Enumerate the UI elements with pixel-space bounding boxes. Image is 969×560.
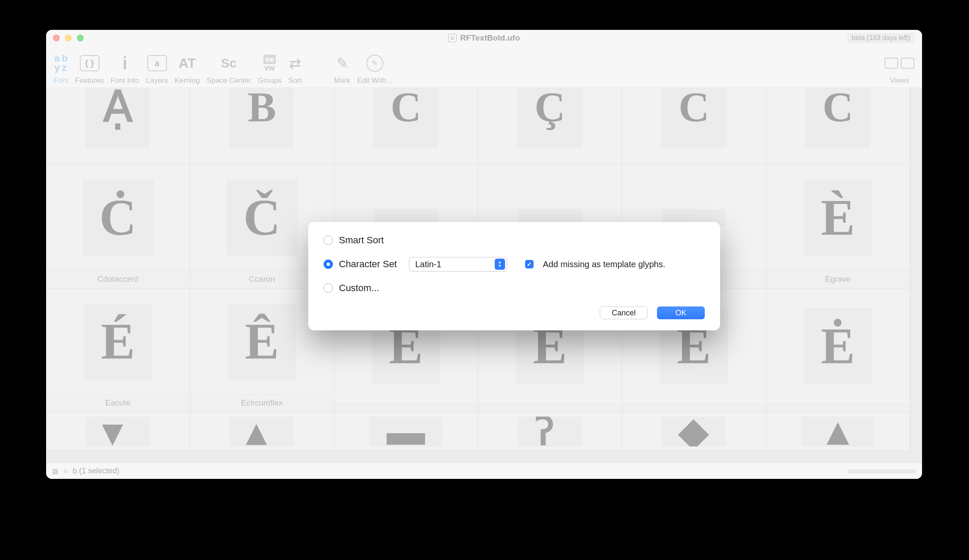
glyph-display: ◆ — [622, 412, 765, 450]
glyph-display: Ė — [766, 289, 910, 404]
info-icon: i — [123, 52, 127, 74]
glyph-cell[interactable]: ʔEhook — [478, 412, 622, 451]
tool-label: Edit With... — [357, 76, 392, 85]
glyph-display: ʔ — [478, 412, 622, 450]
tool-spacecenter[interactable]: Sc Space Center — [203, 52, 254, 85]
tool-kerning[interactable]: AT Kerning — [171, 52, 203, 85]
dialog-buttons: Cancel OK — [324, 306, 705, 319]
glyph-name-label — [478, 404, 622, 412]
glyph-display: C — [766, 88, 910, 164]
glyph-display: ▬ — [334, 412, 478, 450]
tool-views[interactable]: Views — [881, 52, 918, 85]
tool-label: Font — [54, 76, 68, 85]
radio-icon[interactable] — [324, 260, 333, 269]
vertical-scrollbar[interactable] — [910, 88, 922, 463]
tool-font[interactable]: abyz Font — [50, 52, 72, 85]
glyph-cell[interactable]: ĊCdotaccent — [46, 165, 190, 289]
add-missing-checkbox[interactable]: ✓ — [525, 260, 534, 268]
glyph-cell[interactable]: C — [334, 88, 478, 165]
maximize-icon[interactable] — [77, 35, 84, 41]
option-character-set[interactable]: Character Set Latin-1 ▲▼ ✓ Add missing a… — [324, 257, 705, 271]
glyph-cell[interactable]: ▬Edotaccentbelow — [334, 412, 478, 451]
option-label: Character Set — [339, 259, 397, 270]
glyph-cell[interactable]: ÉEacute — [46, 289, 190, 412]
glyph-cell[interactable]: C — [622, 88, 766, 165]
radio-icon[interactable] — [324, 236, 333, 245]
glyph-cell[interactable]: ÈEgrave — [766, 165, 910, 289]
glyph-cell[interactable]: ▾Eogonek — [46, 412, 190, 451]
tool-fontinfo[interactable]: i Font Info — [107, 52, 143, 85]
tool-label: Sort — [289, 76, 302, 85]
glyph-display: É — [46, 289, 190, 394]
charset-select[interactable]: Latin-1 ▲▼ — [409, 257, 507, 271]
views-icon — [884, 58, 914, 69]
glyph-cell[interactable]: ▴Ecaron — [190, 412, 334, 451]
glyph-name-label: Ecircumflex — [190, 394, 333, 412]
window-title: U RFTextBold.ufo — [448, 33, 520, 43]
tool-label: Mark — [334, 76, 350, 85]
glyph-cell[interactable]: Ạ — [46, 88, 190, 165]
kerning-icon: AT — [178, 52, 196, 74]
option-label: Custom... — [339, 283, 379, 294]
tool-label: Space Center — [207, 76, 251, 85]
tool-label: Views — [890, 76, 909, 85]
tool-mark[interactable]: ✎ Mark — [331, 52, 354, 85]
glyph-cell[interactable]: C — [766, 88, 910, 165]
option-label: Smart Sort — [339, 235, 384, 246]
minimize-icon[interactable] — [65, 35, 72, 41]
glyph-display: Ạ — [46, 88, 190, 164]
layers-icon: a — [147, 55, 167, 71]
tool-sort[interactable]: ⇄ Sort — [285, 52, 305, 85]
horizontal-scrollbar[interactable] — [848, 469, 916, 473]
glyph-name-label: Eacute — [46, 394, 190, 412]
glyph-display: C — [622, 88, 765, 164]
braces-icon: { } — [80, 55, 99, 71]
font-icon: abyz — [55, 54, 68, 73]
glyph-display: ▾ — [46, 412, 190, 450]
statusbar: ▦ ≡ b (1 selected) — [46, 463, 922, 479]
glyph-display: È — [766, 165, 910, 271]
glyph-display: ▴ — [190, 412, 333, 450]
beta-badge: beta (183 days left) — [847, 33, 914, 43]
tool-label: Layers — [146, 76, 168, 85]
tool-groups[interactable]: oevw Groups — [254, 52, 285, 85]
selection-status: b (1 selected) — [73, 467, 119, 475]
glyph-display: C — [334, 88, 478, 164]
glyph-cell[interactable]: Ė — [766, 289, 910, 412]
charset-value: Latin-1 — [415, 260, 441, 269]
glyph-name-label: Egrave — [766, 271, 910, 288]
tool-layers[interactable]: a Layers — [143, 52, 171, 85]
radio-icon[interactable] — [324, 283, 333, 293]
tool-editwith[interactable]: ✎ Edit With... — [354, 52, 396, 85]
grid-view-icon[interactable]: ▦ — [52, 467, 58, 475]
glyph-cell[interactable]: ▲Ecircumflexacute — [766, 412, 910, 451]
spacecenter-icon: Sc — [221, 52, 237, 74]
ufo-file-icon: U — [448, 34, 457, 42]
tool-label: Kerning — [175, 76, 200, 85]
titlebar: U RFTextBold.ufo beta (183 days left) — [46, 30, 922, 46]
glyph-name-label — [334, 404, 478, 412]
list-view-icon[interactable]: ≡ — [64, 467, 67, 475]
select-arrows-icon: ▲▼ — [495, 259, 505, 270]
mark-icon: ✎ — [336, 52, 348, 74]
glyph-cell[interactable]: Ç — [478, 88, 622, 165]
option-smart-sort[interactable]: Smart Sort — [324, 235, 705, 246]
cancel-button[interactable]: Cancel — [600, 306, 648, 319]
window-title-text: RFTextBold.ufo — [460, 33, 520, 43]
glyph-name-label: Cdotaccent — [46, 271, 190, 288]
glyph-display: Ç — [478, 88, 622, 164]
tool-features[interactable]: { } Features — [72, 52, 107, 85]
app-window: U RFTextBold.ufo beta (183 days left) ab… — [46, 30, 922, 479]
sort-icon: ⇄ — [289, 52, 301, 74]
glyph-name-label — [622, 404, 765, 412]
option-custom[interactable]: Custom... — [324, 283, 705, 294]
glyph-display: ▲ — [766, 412, 910, 450]
tool-label: Font Info — [111, 76, 139, 85]
traffic-lights — [53, 35, 84, 41]
checkbox-label: Add missing as template glyphs. — [543, 260, 665, 269]
glyph-display: B — [190, 88, 333, 164]
glyph-cell[interactable]: ◆Etilde — [622, 412, 766, 451]
ok-button[interactable]: OK — [657, 306, 705, 319]
close-icon[interactable] — [53, 35, 60, 41]
glyph-cell[interactable]: B — [190, 88, 334, 165]
